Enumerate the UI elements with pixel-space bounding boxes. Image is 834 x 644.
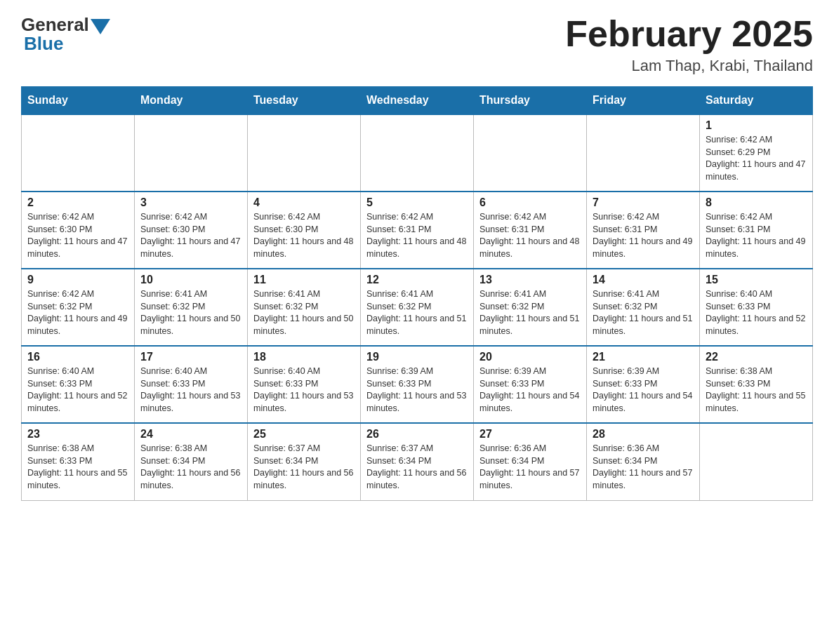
day-info: Sunrise: 6:42 AMSunset: 6:32 PMDaylight:… (27, 288, 128, 337)
calendar-cell (248, 114, 361, 192)
calendar-cell: 21Sunrise: 6:39 AMSunset: 6:33 PMDayligh… (587, 346, 700, 423)
calendar-cell: 25Sunrise: 6:37 AMSunset: 6:34 PMDayligh… (248, 423, 361, 500)
calendar-cell: 14Sunrise: 6:41 AMSunset: 6:32 PMDayligh… (587, 269, 700, 346)
day-number: 17 (140, 351, 241, 363)
calendar-cell: 16Sunrise: 6:40 AMSunset: 6:33 PMDayligh… (22, 346, 135, 423)
day-number: 16 (27, 351, 128, 363)
day-number: 11 (253, 274, 355, 286)
day-info: Sunrise: 6:36 AMSunset: 6:34 PMDaylight:… (593, 443, 694, 492)
day-info: Sunrise: 6:37 AMSunset: 6:34 PMDaylight:… (253, 443, 355, 492)
day-number: 2 (27, 196, 128, 209)
day-info: Sunrise: 6:40 AMSunset: 6:33 PMDaylight:… (253, 365, 355, 415)
calendar-cell (587, 114, 700, 192)
calendar-cell: 23Sunrise: 6:38 AMSunset: 6:33 PMDayligh… (22, 423, 135, 500)
day-info: Sunrise: 6:42 AMSunset: 6:29 PMDaylight:… (706, 134, 807, 183)
logo: General Blue (21, 14, 110, 55)
logo-triangle-icon (91, 19, 110, 34)
day-info: Sunrise: 6:39 AMSunset: 6:33 PMDaylight:… (479, 365, 581, 415)
day-number: 4 (253, 196, 355, 209)
calendar-cell: 27Sunrise: 6:36 AMSunset: 6:34 PMDayligh… (474, 423, 587, 500)
day-number: 10 (140, 274, 241, 286)
day-info: Sunrise: 6:38 AMSunset: 6:33 PMDaylight:… (27, 443, 128, 492)
day-info: Sunrise: 6:40 AMSunset: 6:33 PMDaylight:… (140, 365, 241, 415)
day-number: 15 (706, 274, 807, 286)
weekday-header-row: SundayMondayTuesdayWednesdayThursdayFrid… (22, 87, 813, 115)
calendar-cell: 3Sunrise: 6:42 AMSunset: 6:30 PMDaylight… (135, 192, 248, 269)
day-info: Sunrise: 6:42 AMSunset: 6:30 PMDaylight:… (253, 211, 355, 260)
day-info: Sunrise: 6:42 AMSunset: 6:31 PMDaylight:… (366, 211, 468, 260)
day-number: 7 (593, 196, 694, 209)
day-info: Sunrise: 6:38 AMSunset: 6:34 PMDaylight:… (140, 443, 241, 492)
calendar-cell: 26Sunrise: 6:37 AMSunset: 6:34 PMDayligh… (361, 423, 474, 500)
day-info: Sunrise: 6:42 AMSunset: 6:31 PMDaylight:… (706, 211, 807, 260)
day-number: 5 (366, 196, 468, 209)
calendar-cell (700, 423, 813, 500)
day-info: Sunrise: 6:39 AMSunset: 6:33 PMDaylight:… (366, 365, 468, 415)
day-info: Sunrise: 6:41 AMSunset: 6:32 PMDaylight:… (366, 288, 468, 337)
calendar-week-row: 9Sunrise: 6:42 AMSunset: 6:32 PMDaylight… (22, 269, 813, 346)
calendar-cell: 24Sunrise: 6:38 AMSunset: 6:34 PMDayligh… (135, 423, 248, 500)
calendar-cell: 19Sunrise: 6:39 AMSunset: 6:33 PMDayligh… (361, 346, 474, 423)
day-number: 8 (706, 196, 807, 209)
day-number: 22 (706, 351, 807, 363)
weekday-header-thursday: Thursday (474, 87, 587, 115)
calendar-cell: 17Sunrise: 6:40 AMSunset: 6:33 PMDayligh… (135, 346, 248, 423)
day-number: 25 (253, 428, 355, 441)
calendar-week-row: 2Sunrise: 6:42 AMSunset: 6:30 PMDaylight… (22, 192, 813, 269)
day-number: 13 (479, 274, 581, 286)
logo-blue-text: Blue (24, 33, 63, 55)
day-number: 3 (140, 196, 241, 209)
calendar-cell (135, 114, 248, 192)
calendar-cell: 6Sunrise: 6:42 AMSunset: 6:31 PMDaylight… (474, 192, 587, 269)
calendar-cell: 13Sunrise: 6:41 AMSunset: 6:32 PMDayligh… (474, 269, 587, 346)
calendar-table: SundayMondayTuesdayWednesdayThursdayFrid… (21, 86, 813, 501)
day-info: Sunrise: 6:42 AMSunset: 6:30 PMDaylight:… (27, 211, 128, 260)
day-info: Sunrise: 6:41 AMSunset: 6:32 PMDaylight:… (593, 288, 694, 337)
day-info: Sunrise: 6:42 AMSunset: 6:30 PMDaylight:… (140, 211, 241, 260)
title-block: February 2025 Lam Thap, Krabi, Thailand (565, 14, 813, 75)
day-number: 27 (479, 428, 581, 441)
calendar-cell: 10Sunrise: 6:41 AMSunset: 6:32 PMDayligh… (135, 269, 248, 346)
weekday-header-wednesday: Wednesday (361, 87, 474, 115)
day-number: 9 (27, 274, 128, 286)
day-info: Sunrise: 6:40 AMSunset: 6:33 PMDaylight:… (27, 365, 128, 415)
weekday-header-sunday: Sunday (22, 87, 135, 115)
day-number: 28 (593, 428, 694, 441)
calendar-week-row: 1Sunrise: 6:42 AMSunset: 6:29 PMDaylight… (22, 114, 813, 192)
calendar-week-row: 23Sunrise: 6:38 AMSunset: 6:33 PMDayligh… (22, 423, 813, 500)
day-number: 1 (706, 119, 807, 132)
day-info: Sunrise: 6:38 AMSunset: 6:33 PMDaylight:… (706, 365, 807, 415)
page-header: General Blue February 2025 Lam Thap, Kra… (21, 14, 813, 75)
weekday-header-monday: Monday (135, 87, 248, 115)
day-number: 6 (479, 196, 581, 209)
calendar-cell: 1Sunrise: 6:42 AMSunset: 6:29 PMDaylight… (700, 114, 813, 192)
month-title: February 2025 (565, 14, 813, 54)
weekday-header-friday: Friday (587, 87, 700, 115)
calendar-cell: 11Sunrise: 6:41 AMSunset: 6:32 PMDayligh… (248, 269, 361, 346)
calendar-cell: 4Sunrise: 6:42 AMSunset: 6:30 PMDaylight… (248, 192, 361, 269)
day-info: Sunrise: 6:39 AMSunset: 6:33 PMDaylight:… (593, 365, 694, 415)
calendar-cell: 9Sunrise: 6:42 AMSunset: 6:32 PMDaylight… (22, 269, 135, 346)
day-number: 18 (253, 351, 355, 363)
day-info: Sunrise: 6:40 AMSunset: 6:33 PMDaylight:… (706, 288, 807, 337)
day-number: 21 (593, 351, 694, 363)
calendar-cell: 15Sunrise: 6:40 AMSunset: 6:33 PMDayligh… (700, 269, 813, 346)
day-number: 23 (27, 428, 128, 441)
day-info: Sunrise: 6:41 AMSunset: 6:32 PMDaylight:… (253, 288, 355, 337)
calendar-cell (474, 114, 587, 192)
day-number: 24 (140, 428, 241, 441)
calendar-cell: 7Sunrise: 6:42 AMSunset: 6:31 PMDaylight… (587, 192, 700, 269)
day-info: Sunrise: 6:37 AMSunset: 6:34 PMDaylight:… (366, 443, 468, 492)
location-title: Lam Thap, Krabi, Thailand (565, 57, 813, 75)
calendar-cell (22, 114, 135, 192)
day-info: Sunrise: 6:41 AMSunset: 6:32 PMDaylight:… (140, 288, 241, 337)
calendar-cell: 20Sunrise: 6:39 AMSunset: 6:33 PMDayligh… (474, 346, 587, 423)
calendar-cell: 22Sunrise: 6:38 AMSunset: 6:33 PMDayligh… (700, 346, 813, 423)
calendar-cell: 2Sunrise: 6:42 AMSunset: 6:30 PMDaylight… (22, 192, 135, 269)
day-number: 19 (366, 351, 468, 363)
day-info: Sunrise: 6:42 AMSunset: 6:31 PMDaylight:… (479, 211, 581, 260)
calendar-cell: 12Sunrise: 6:41 AMSunset: 6:32 PMDayligh… (361, 269, 474, 346)
day-info: Sunrise: 6:42 AMSunset: 6:31 PMDaylight:… (593, 211, 694, 260)
day-number: 14 (593, 274, 694, 286)
calendar-cell (361, 114, 474, 192)
